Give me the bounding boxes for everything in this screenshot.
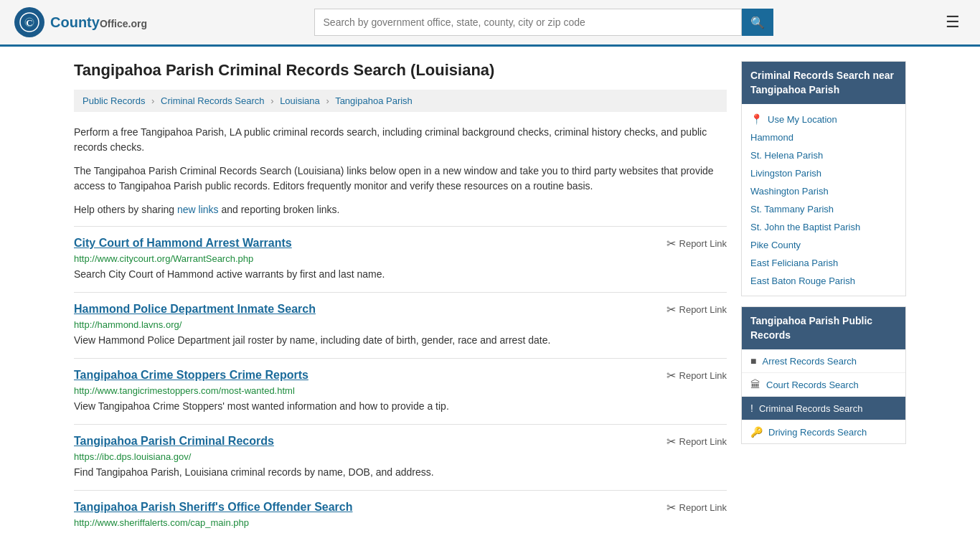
nearby-link-8[interactable]: East Baton Rouge Parish bbox=[742, 272, 905, 290]
pub-record-item-1[interactable]: 🏛 Court Records Search bbox=[742, 372, 905, 396]
breadcrumb-louisiana[interactable]: Louisiana bbox=[280, 95, 320, 106]
nearby-link-1[interactable]: St. Helena Parish bbox=[742, 146, 905, 164]
result-url-2[interactable]: http://www.tangicrimestoppers.com/most-w… bbox=[74, 385, 727, 396]
report-label-3: Report Link bbox=[679, 436, 727, 447]
report-link-2[interactable]: ✂ Report Link bbox=[666, 369, 727, 382]
report-link-4[interactable]: ✂ Report Link bbox=[666, 501, 727, 514]
sidebar-public-header: Tangipahoa Parish Public Records bbox=[742, 307, 905, 349]
scissors-icon-1: ✂ bbox=[666, 303, 676, 316]
result-header: Hammond Police Department Inmate Search … bbox=[74, 303, 727, 316]
nearby-link-4[interactable]: St. Tammany Parish bbox=[742, 200, 905, 218]
nearby-link-text-2[interactable]: Livingston Parish bbox=[750, 168, 821, 179]
nearby-link-0[interactable]: Hammond bbox=[742, 128, 905, 146]
nearby-link-6[interactable]: Pike County bbox=[742, 236, 905, 254]
result-header: City Court of Hammond Arrest Warrants ✂ … bbox=[74, 237, 727, 250]
pub-record-link-2[interactable]: Criminal Records Search bbox=[759, 403, 863, 414]
report-label-2: Report Link bbox=[679, 370, 727, 381]
report-label-0: Report Link bbox=[679, 238, 727, 249]
result-desc-2: View Tangipahoa Crime Stoppers' most wan… bbox=[74, 399, 727, 414]
pub-records-container: ■ Arrest Records Search 🏛 Court Records … bbox=[742, 349, 905, 443]
description-3: Help others by sharing new links and rep… bbox=[74, 202, 727, 217]
pub-icon-3: 🔑 bbox=[750, 426, 763, 438]
result-desc-3: Find Tangipahoa Parish, Louisiana crimin… bbox=[74, 465, 727, 480]
nearby-link-7[interactable]: East Feliciana Parish bbox=[742, 254, 905, 272]
result-url-4[interactable]: http://www.sheriffalerts.com/cap_main.ph… bbox=[74, 517, 727, 528]
nearby-link-text-7[interactable]: East Feliciana Parish bbox=[750, 258, 838, 268]
result-title-2[interactable]: Tangipahoa Crime Stoppers Crime Reports bbox=[74, 369, 308, 382]
result-header: Tangipahoa Parish Criminal Records ✂ Rep… bbox=[74, 435, 727, 448]
nearby-link-text-3[interactable]: Washington Parish bbox=[750, 186, 829, 197]
pub-icon-0: ■ bbox=[750, 355, 756, 367]
breadcrumb-criminal-records[interactable]: Criminal Records Search bbox=[161, 95, 265, 106]
result-header: Tangipahoa Parish Sheriff's Office Offen… bbox=[74, 501, 727, 514]
pub-record-link-0[interactable]: Arrest Records Search bbox=[762, 356, 857, 367]
logo-text: CountyOffice.org bbox=[50, 14, 147, 31]
nearby-link-text-1[interactable]: St. Helena Parish bbox=[750, 150, 823, 161]
search-area: 🔍 bbox=[314, 9, 773, 36]
pub-record-link-1[interactable]: Court Records Search bbox=[766, 380, 859, 390]
result-url-0[interactable]: http://www.citycourt.org/WarrantSearch.p… bbox=[74, 253, 727, 264]
header: C CountyOffice.org 🔍 ☰ bbox=[0, 0, 980, 47]
results-list: City Court of Hammond Arrest Warrants ✂ … bbox=[74, 226, 727, 541]
menu-button[interactable]: ☰ bbox=[940, 10, 966, 34]
result-desc-1: View Hammond Police Department jail rost… bbox=[74, 333, 727, 348]
pub-record-link-3[interactable]: Driving Records Search bbox=[768, 427, 867, 438]
sidebar-nearby-links: 📍 Use My Location HammondSt. Helena Pari… bbox=[742, 104, 905, 296]
result-url-1[interactable]: http://hammond.lavns.org/ bbox=[74, 319, 727, 330]
search-button[interactable]: 🔍 bbox=[742, 9, 773, 36]
nearby-link-text-0[interactable]: Hammond bbox=[750, 132, 793, 143]
logo-tld: .org bbox=[128, 18, 147, 29]
result-title-3[interactable]: Tangipahoa Parish Criminal Records bbox=[74, 435, 274, 448]
nearby-link-text-8[interactable]: East Baton Rouge Parish bbox=[750, 276, 855, 286]
pub-icon-2: ! bbox=[750, 402, 753, 414]
description-2: The Tangipahoa Parish Criminal Records S… bbox=[74, 164, 727, 194]
nearby-link-5[interactable]: St. John the Baptist Parish bbox=[742, 218, 905, 236]
result-title-1[interactable]: Hammond Police Department Inmate Search bbox=[74, 303, 316, 316]
sidebar-nearby: Criminal Records Search near Tangipahoa … bbox=[741, 61, 906, 296]
pub-record-item-0[interactable]: ■ Arrest Records Search bbox=[742, 349, 905, 372]
report-link-1[interactable]: ✂ Report Link bbox=[666, 303, 727, 316]
nearby-link-text-5[interactable]: St. John the Baptist Parish bbox=[750, 222, 860, 232]
page-title: Tangipahoa Parish Criminal Records Searc… bbox=[74, 61, 727, 80]
report-link-0[interactable]: ✂ Report Link bbox=[666, 237, 727, 250]
report-label-1: Report Link bbox=[679, 304, 727, 315]
result-url-3[interactable]: https://ibc.dps.louisiana.gov/ bbox=[74, 451, 727, 462]
sidebar-use-location[interactable]: 📍 Use My Location bbox=[742, 110, 905, 128]
nearby-link-text-6[interactable]: Pike County bbox=[750, 240, 801, 250]
new-links-link[interactable]: new links bbox=[177, 204, 219, 215]
breadcrumb: Public Records › Criminal Records Search… bbox=[74, 90, 727, 112]
result-item: Hammond Police Department Inmate Search … bbox=[74, 292, 727, 358]
result-title-0[interactable]: City Court of Hammond Arrest Warrants bbox=[74, 237, 292, 250]
sidebar-public-records: Tangipahoa Parish Public Records ■ Arres… bbox=[741, 306, 906, 444]
logo-icon: C bbox=[14, 7, 44, 37]
nearby-link-2[interactable]: Livingston Parish bbox=[742, 164, 905, 182]
main-container: Tangipahoa Parish Criminal Records Searc… bbox=[60, 47, 920, 551]
result-title-4[interactable]: Tangipahoa Parish Sheriff's Office Offen… bbox=[74, 501, 353, 514]
search-input[interactable] bbox=[314, 9, 742, 36]
pub-icon-1: 🏛 bbox=[750, 379, 760, 390]
nearby-link-text-4[interactable]: St. Tammany Parish bbox=[750, 204, 834, 215]
breadcrumb-public-records[interactable]: Public Records bbox=[83, 95, 145, 106]
report-label-4: Report Link bbox=[679, 502, 727, 513]
logo-office: Office bbox=[100, 18, 128, 29]
breadcrumb-tangipahoa[interactable]: Tangipahoa Parish bbox=[335, 95, 413, 106]
result-desc-0: Search City Court of Hammond active warr… bbox=[74, 267, 727, 282]
pub-record-item-3[interactable]: 🔑 Driving Records Search bbox=[742, 420, 905, 443]
sidebar-nearby-header: Criminal Records Search near Tangipahoa … bbox=[742, 62, 905, 104]
logo-area: C CountyOffice.org bbox=[14, 7, 147, 37]
description-1: Perform a free Tangipahoa Parish, LA pub… bbox=[74, 125, 727, 155]
location-icon: 📍 bbox=[750, 113, 763, 125]
use-my-location-link[interactable]: Use My Location bbox=[768, 114, 837, 125]
scissors-icon-4: ✂ bbox=[666, 501, 676, 514]
content-area: Tangipahoa Parish Criminal Records Searc… bbox=[74, 61, 727, 541]
nearby-link-3[interactable]: Washington Parish bbox=[742, 182, 905, 200]
pub-record-item-2[interactable]: ! Criminal Records Search bbox=[742, 396, 905, 420]
result-item: Tangipahoa Parish Criminal Records ✂ Rep… bbox=[74, 424, 727, 490]
result-item: City Court of Hammond Arrest Warrants ✂ … bbox=[74, 226, 727, 292]
nearby-links-container: HammondSt. Helena ParishLivingston Paris… bbox=[742, 128, 905, 290]
scissors-icon-0: ✂ bbox=[666, 237, 676, 250]
scissors-icon-2: ✂ bbox=[666, 369, 676, 382]
result-header: Tangipahoa Crime Stoppers Crime Reports … bbox=[74, 369, 727, 382]
result-item: Tangipahoa Parish Sheriff's Office Offen… bbox=[74, 490, 727, 541]
report-link-3[interactable]: ✂ Report Link bbox=[666, 435, 727, 448]
